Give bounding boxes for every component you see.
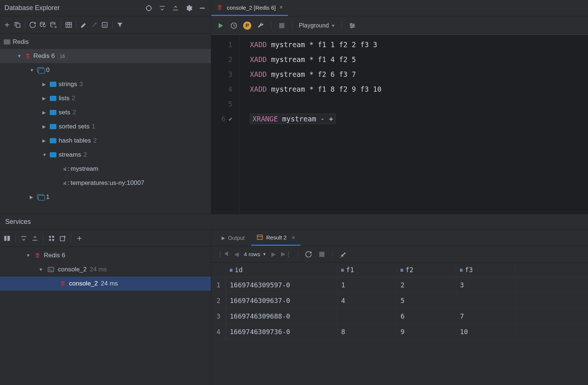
table-row[interactable]: 41669746309736-08910 [211,324,588,340]
history-icon[interactable] [230,22,238,30]
table-cell[interactable]: 10 [456,324,516,339]
stop-button[interactable] [278,22,286,30]
settings-grid-icon[interactable] [348,22,356,30]
table-cell[interactable]: 2 [211,293,226,308]
tree-stream-mystream[interactable]: »⸬ mystream [0,162,211,176]
diagonal-icon[interactable] [90,21,98,29]
db-refresh-icon[interactable] [39,21,47,29]
svg-point-26 [353,25,354,26]
add-icon[interactable] [3,21,11,29]
table-cell[interactable]: 3 [456,277,516,293]
tree-folder-strings[interactable]: ▶ strings 3 [0,77,211,91]
column-header-f3[interactable]: ▦f3 [456,266,516,274]
gear-icon[interactable] [185,4,193,12]
output-tab[interactable]: ▶ Output [216,230,250,246]
svg-rect-10 [16,23,20,27]
database-tree[interactable]: Redis ▼ Redis 6 16 ▼ 0 ▶ strings 3 ▶ [0,33,211,214]
layout-icon[interactable] [3,234,11,242]
prev-page-icon[interactable]: ◀ [234,251,239,258]
tree-stream-temperatures[interactable]: »⸬ temperatures:us-ny:10007 [0,176,211,190]
table-cell[interactable]: 4 [211,324,226,339]
tree-folder-lists[interactable]: ▶ lists 2 [0,91,211,105]
target-icon[interactable] [145,4,153,12]
edit-icon[interactable] [80,21,88,29]
editor-tab-console2[interactable]: console_2 [Redis 6] × [211,0,288,16]
tree-db1[interactable]: ▶ 1 [0,190,211,204]
grid-icon[interactable] [48,234,56,242]
copy-icon[interactable] [13,21,22,29]
playground-dropdown[interactable]: Playground ▼ [299,22,335,29]
last-page-icon[interactable]: ▶｜ [281,250,291,258]
query-console-icon[interactable]: QL [101,21,109,29]
tree-redis6[interactable]: ▼ Redis 6 16 [0,49,211,63]
collapse-all-icon[interactable] [31,234,39,242]
tree-db0[interactable]: ▼ 0 [0,63,211,77]
table-cell[interactable]: 2 [397,277,456,293]
first-page-icon[interactable]: ｜◀ [217,250,229,258]
table-cell[interactable]: 4 [337,293,397,308]
table-cell[interactable]: 6 [397,309,456,324]
result-table[interactable]: ▦id ▦f1 ▦f2 ▦f3 11669746309597-012321669… [211,262,588,385]
filter-icon[interactable] [116,21,124,29]
close-icon[interactable]: × [280,4,283,11]
table-cell[interactable]: 1669746309597-0 [226,277,337,293]
column-header-id[interactable]: ▦id [226,266,337,274]
wrench-icon[interactable] [257,22,265,30]
chevron-right-icon: ▶ [42,96,48,101]
table-cell[interactable]: 3 [211,309,226,324]
column-header-f2[interactable]: ▦f2 [397,266,456,274]
rows-count-dropdown[interactable]: 4 rows ▼ [244,251,266,257]
run-button[interactable] [216,22,225,30]
pending-badge[interactable]: P [243,22,251,30]
result-tab[interactable]: Result 2 × [251,230,300,246]
tree-folder-sorted-sets[interactable]: ▶ sorted sets 1 [0,120,211,134]
table-cell[interactable]: 5 [397,293,456,308]
pin-icon[interactable] [339,250,347,258]
reload-icon[interactable] [304,250,313,258]
add-icon[interactable] [75,234,84,242]
column-header-f1[interactable]: ▦f1 [337,266,397,274]
svg-line-18 [92,23,96,27]
table-row[interactable]: 11669746309597-0123 [211,277,588,293]
table-cell[interactable]: 1 [337,277,397,293]
table-cell[interactable]: 1 [211,277,226,293]
table-cell[interactable]: 1669746309736-0 [226,324,337,339]
services-console-item[interactable]: console_2 24 ms [0,277,211,291]
tree-folder-sets[interactable]: ▶ sets 2 [0,105,211,120]
tab-label: console_2 [Redis 6] [227,4,276,11]
services-tree[interactable]: ▼ Redis 6 ▼ console_2 24 ms console_2 24… [0,247,211,385]
db-stop-icon[interactable] [49,21,58,29]
checkmark-icon: ✔ [229,115,232,123]
tree-root-redis[interactable]: Redis [0,35,211,49]
refresh-icon[interactable] [29,21,37,29]
table-cell[interactable]: 9 [397,324,456,339]
svg-point-25 [350,23,352,25]
table-row[interactable]: 31669746309688-067 [211,309,588,324]
table-cell[interactable] [337,309,397,324]
expand-all-icon[interactable] [158,4,166,12]
minimize-icon[interactable] [198,4,206,12]
redis-icon [59,280,66,287]
table-row[interactable]: 21669746309637-045 [211,293,588,309]
table-cell[interactable]: 7 [456,309,516,324]
next-page-icon[interactable]: ▶ [271,251,276,258]
table-icon[interactable] [65,21,73,29]
tree-folder-hash-tables[interactable]: ▶ hash tables 2 [0,134,211,148]
code-body[interactable]: XADD mystream * f1 1 f2 2 f3 3 XADD myst… [239,35,588,214]
table-cell[interactable]: 8 [337,324,397,339]
stop-icon[interactable] [318,250,326,258]
close-icon[interactable]: × [292,234,295,241]
line-gutter: 1 2 3 4 5 6✔ [211,35,239,214]
collapse-all-icon[interactable] [172,4,180,12]
table-cell[interactable]: 1669746309688-0 [226,309,337,324]
table-cell[interactable] [456,293,516,308]
tree-folder-streams[interactable]: ▼ streams 2 [0,148,211,162]
new-tab-icon[interactable] [59,234,67,242]
code-editor[interactable]: 1 2 3 4 5 6✔ XADD mystream * f1 1 f2 2 f… [211,35,588,214]
services-console-group[interactable]: ▼ console_2 24 ms [0,262,211,277]
services-redis6[interactable]: ▼ Redis 6 [0,248,211,262]
expand-all-icon[interactable] [20,234,28,242]
svg-point-11 [40,22,45,24]
svg-rect-33 [52,236,54,238]
table-cell[interactable]: 1669746309637-0 [226,293,337,308]
